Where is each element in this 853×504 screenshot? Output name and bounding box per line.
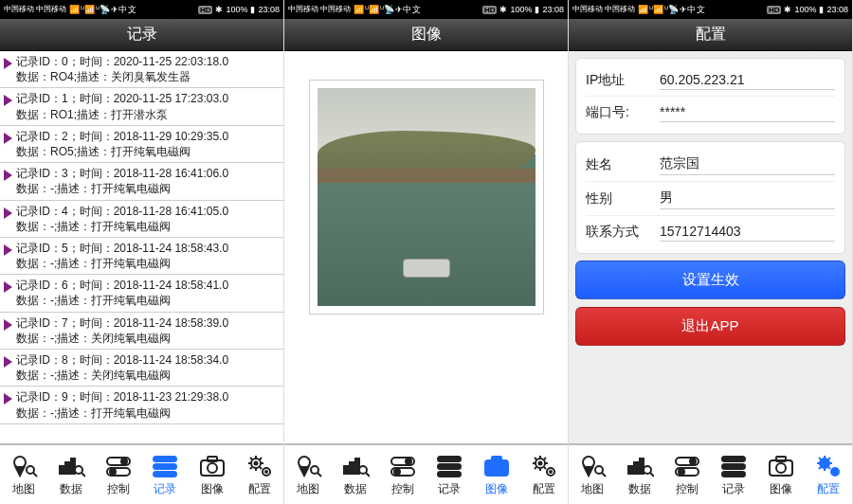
record-text: 记录ID：8；时间：2018-11-24 18:58:34.0数据：-;描述：关… [16,352,228,383]
svg-rect-47 [628,466,632,474]
config-row: 端口号: ***** [586,96,835,128]
config-icon [245,453,274,479]
play-icon [4,58,12,69]
record-item[interactable]: 记录ID：3；时间：2018-11-28 16:41:06.0数据：-;描述：打… [0,163,283,200]
svg-rect-35 [438,464,461,469]
tab-control[interactable]: 控制 [95,445,142,504]
svg-point-50 [644,466,651,474]
exit-app-button[interactable]: 退出APP [575,307,845,346]
svg-rect-13 [154,464,176,469]
tab-label: 控制 [676,481,699,497]
record-text: 记录ID：5；时间：2018-11-24 18:58:43.0数据：-;描述：打… [16,241,228,271]
image-frame[interactable] [309,80,544,315]
tab-config[interactable]: 配置 [805,445,852,504]
signal-icons: 📶 ᵁ 📶 ᵁ 📡 ✈ 中 文 [69,4,136,16]
page-title: 记录 [0,19,283,51]
tab-label: 记录 [438,481,461,497]
record-item[interactable]: 记录ID：9；时间：2018-11-23 21:29:38.0数据：-;描述：打… [0,387,283,423]
control-icon [673,453,701,479]
battery-icon: ▮ [819,5,824,14]
battery-level: 100% [794,5,816,14]
tab-label: 地图 [12,481,35,497]
play-icon [4,356,12,368]
record-list[interactable]: 记录ID：0；时间：2020-11-25 22:03:18.0数据：RO4;描述… [0,51,283,443]
config-network-card: IP地址 60.205.223.21端口号: ***** [575,58,845,135]
tab-map[interactable]: 地图 [569,445,616,504]
svg-point-33 [394,469,400,475]
record-item[interactable]: 记录ID：0；时间：2020-11-25 22:03:18.0数据：RO4;描述… [0,51,283,88]
tab-data[interactable]: 数据 [332,445,379,504]
battery-level: 100% [510,5,532,14]
tab-control[interactable]: 控制 [663,445,711,504]
tab-image[interactable]: 图像 [757,445,805,504]
svg-rect-12 [154,457,176,461]
record-text: 记录ID：1；时间：2020-11-25 17:23:03.0数据：RO1;描述… [16,91,228,121]
record-item[interactable]: 记录ID：4；时间：2018-11-28 16:41:05.0数据：-;描述：打… [0,201,283,238]
hd-badge: HD [198,6,213,14]
tab-label: 配置 [817,481,840,497]
tab-label: 控制 [391,481,414,497]
tab-map[interactable]: 地图 [0,445,47,504]
page-title: 配置 [569,19,852,51]
record-item[interactable]: 记录ID：8；时间：2018-11-24 18:58:34.0数据：-;描述：关… [0,350,283,387]
tab-image[interactable]: 图像 [189,445,236,504]
config-content: IP地址 60.205.223.21端口号: ***** 姓名 范宗国性别 男联… [569,51,852,443]
camera-image [318,88,535,306]
bottom-nav: 地图 数据 控制 记录 图像 配置 [284,443,568,504]
bt-icon: ✱ [784,5,791,14]
tab-record[interactable]: 记录 [141,445,189,504]
tab-config[interactable]: 配置 [520,445,568,504]
record-item[interactable]: 记录ID：7；时间：2018-11-24 18:58:39.0数据：-;描述：关… [0,313,283,350]
svg-point-9 [121,459,127,464]
record-item[interactable]: 记录ID：1；时间：2020-11-25 17:23:03.0数据：RO1;描述… [0,88,283,125]
config-input[interactable]: 15712714403 [660,222,835,242]
status-bar: 中国移动 中国移动 📶 ᵁ 📶 ᵁ 📡 ✈ 中 文 HD ✱ 100% ▮ 23… [284,0,568,19]
config-label: IP地址 [586,72,660,89]
play-icon [4,319,12,331]
tab-record[interactable]: 记录 [710,445,757,504]
svg-rect-4 [65,462,69,474]
battery-icon: ▮ [535,5,539,14]
record-item[interactable]: 记录ID：2；时间：2018-11-29 10:29:35.0数据：RO5;描述… [0,126,283,163]
tab-control[interactable]: 控制 [379,445,426,504]
hd-badge: HD [482,6,498,14]
tab-image[interactable]: 图像 [473,445,520,504]
svg-point-65 [834,471,836,473]
tab-data[interactable]: 数据 [616,445,663,504]
tab-record[interactable]: 记录 [426,445,473,504]
data-icon [626,453,654,479]
config-user-card: 姓名 范宗国性别 男联系方式 15712714403 [575,141,845,254]
svg-point-11 [110,469,116,475]
config-input[interactable]: 男 [660,188,835,209]
svg-rect-58 [722,472,745,477]
play-icon [4,244,12,256]
record-text: 记录ID：4；时间：2018-11-28 16:41:05.0数据：-;描述：打… [16,204,228,234]
play-icon [4,95,12,106]
bottom-nav: 地图 数据 控制 记录 图像 配置 [0,443,283,504]
bt-icon: ✱ [215,5,223,14]
tab-map[interactable]: 地图 [284,445,332,504]
record-item[interactable]: 记录ID：6；时间：2018-11-24 18:58:41.0数据：-;描述：打… [0,275,283,312]
svg-rect-36 [438,472,461,477]
image-icon [767,453,795,479]
page-title: 图像 [284,19,568,51]
svg-rect-34 [438,457,461,461]
config-input[interactable]: ***** [660,102,835,122]
apply-button[interactable]: 设置生效 [575,261,845,299]
tab-label: 地图 [297,481,319,497]
svg-point-45 [595,466,603,474]
tab-label: 数据 [344,481,367,497]
tab-config[interactable]: 配置 [236,445,283,504]
record-item[interactable]: 记录ID：5；时间：2018-11-24 18:58:43.0数据：-;描述：打… [0,238,283,275]
svg-rect-57 [722,464,745,469]
tab-data[interactable]: 数据 [47,445,95,504]
record-text: 记录ID：9；时间：2018-11-23 21:29:38.0数据：-;描述：打… [16,389,228,420]
config-input[interactable]: 范宗国 [660,153,835,175]
config-input[interactable]: 60.205.223.21 [660,70,835,90]
record-text: 记录ID：6；时间：2018-11-24 18:58:41.0数据：-;描述：打… [16,278,228,308]
tab-label: 控制 [107,481,130,497]
tab-label: 图像 [485,481,508,497]
data-icon [341,453,370,479]
battery-level: 100% [226,5,247,14]
svg-line-29 [366,473,370,477]
